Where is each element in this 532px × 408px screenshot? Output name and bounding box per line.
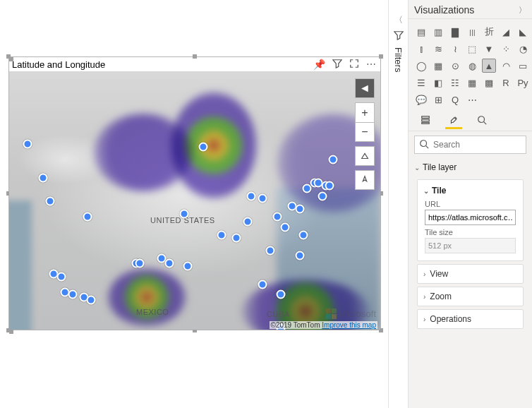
data-point[interactable] (273, 212, 282, 222)
url-input[interactable] (425, 210, 516, 225)
data-point[interactable] (258, 280, 267, 289)
resize-handle[interactable] (6, 54, 11, 59)
viz-type-ribbon[interactable]: ≀ (448, 42, 462, 56)
viz-type-multi-row-card[interactable]: ☰ (414, 76, 428, 90)
viz-type-clustered-column[interactable]: ⫼ (465, 25, 479, 39)
zoom-section[interactable]: › Zoom (417, 287, 524, 306)
data-point[interactable] (46, 197, 55, 206)
radar-overlay (108, 269, 186, 325)
tile-layer-section[interactable]: ⌄ Tile layer (413, 158, 528, 176)
viz-type-matrix[interactable]: ▩ (482, 76, 496, 90)
search-input[interactable] (433, 140, 532, 150)
filter-icon[interactable] (332, 59, 342, 71)
data-point[interactable] (23, 140, 32, 149)
data-point[interactable] (280, 222, 289, 232)
viz-type-stacked-bar[interactable]: ▤ (414, 25, 428, 39)
data-point[interactable] (135, 259, 144, 268)
data-point[interactable] (83, 212, 92, 222)
improve-map-link[interactable]: Improve this map (322, 321, 376, 329)
data-point[interactable] (247, 191, 256, 200)
viz-type-table[interactable]: ▦ (465, 76, 479, 90)
data-point[interactable] (295, 251, 304, 260)
viz-type-decomposition-tree[interactable]: ⊞ (431, 92, 445, 107)
zoom-controls: + − (355, 102, 375, 142)
map-visual[interactable]: Latitude and Longitude 📌 ⋯ UNITED STATES… (8, 56, 381, 330)
data-point[interactable] (329, 155, 338, 164)
analytics-tab[interactable] (473, 112, 490, 129)
data-point[interactable] (183, 262, 193, 271)
zoom-out-button[interactable]: − (355, 122, 375, 142)
viz-type-area[interactable]: ◢ (499, 25, 513, 39)
pitch-button[interactable] (355, 146, 375, 166)
viz-type-kpi[interactable]: ◧ (431, 76, 445, 90)
viz-type-r-visual[interactable]: R (499, 76, 513, 90)
viz-type-line-clustered[interactable]: ⫿ (414, 42, 428, 56)
locate-button[interactable]: ◄ (355, 78, 375, 98)
data-point[interactable] (56, 272, 66, 281)
report-canvas[interactable]: Latitude and Longitude 📌 ⋯ UNITED STATES… (0, 0, 388, 408)
viz-type-line-stacked[interactable]: ≋ (431, 42, 445, 56)
data-point[interactable] (198, 142, 207, 151)
viz-type-python-visual[interactable]: Py (516, 76, 530, 90)
expand-filters-icon[interactable]: 〈 (394, 14, 403, 26)
collapse-panel-icon[interactable]: 〉 (519, 5, 526, 16)
viz-type-slicer[interactable]: ☷ (448, 76, 462, 90)
chevron-down-icon: ⌄ (423, 187, 429, 195)
viz-type-funnel[interactable]: ▼ (482, 42, 496, 56)
microsoft-logo: Microsoft (326, 308, 376, 319)
viz-type-stacked-column[interactable]: ▇ (448, 25, 462, 39)
filters-pane-collapsed[interactable]: 〈 Filters (388, 0, 408, 408)
search-box[interactable] (414, 136, 526, 154)
viz-type-clustered-bar[interactable]: ▥ (431, 25, 445, 39)
fields-tab[interactable] (417, 112, 434, 129)
resize-handle[interactable] (379, 54, 383, 59)
viz-type-treemap[interactable]: ▦ (431, 59, 445, 73)
data-point[interactable] (68, 290, 77, 299)
viz-type-stacked-area[interactable]: ◣ (516, 25, 530, 39)
zoom-in-button[interactable]: + (355, 102, 375, 122)
viz-type-filled-map[interactable]: ◍ (465, 59, 479, 73)
operations-section[interactable]: › Operations (417, 309, 524, 329)
data-point[interactable] (38, 173, 47, 182)
visual-title: Latitude and Longitude (9, 58, 108, 71)
viz-type-scatter[interactable]: ⁘ (499, 42, 513, 56)
visual-header: Latitude and Longitude 📌 ⋯ (9, 57, 380, 71)
svg-point-3 (478, 116, 485, 122)
viz-type-card[interactable]: ▭ (516, 59, 530, 73)
data-point[interactable] (325, 181, 334, 190)
panel-title: Visualizations (414, 4, 474, 16)
viz-type-waterfall[interactable]: ⬚ (465, 42, 479, 56)
viz-type-key-influencers[interactable]: 💬 (414, 92, 428, 107)
focus-mode-icon[interactable] (349, 59, 359, 71)
data-point[interactable] (243, 217, 252, 227)
viz-type-pie[interactable]: ◔ (516, 42, 530, 56)
data-point[interactable] (87, 295, 96, 304)
data-point[interactable] (277, 290, 286, 299)
data-point[interactable] (318, 191, 327, 200)
data-point[interactable] (165, 259, 174, 268)
compass-button[interactable] (355, 170, 375, 190)
visualizations-panel: Visualizations 〉 ▤▥▇⫼折◢◣⫿≋≀⬚▼⁘◔◯▦⊙◍▲◠▭☰◧… (408, 0, 532, 408)
viz-type-map[interactable]: ⊙ (448, 59, 462, 73)
viz-type-more[interactable]: ⋯ (465, 92, 479, 107)
viz-type-donut[interactable]: ◯ (414, 59, 428, 73)
viz-type-q-and-a[interactable]: Q (448, 92, 462, 107)
data-point[interactable] (299, 230, 308, 239)
viz-type-gauge[interactable]: ◠ (499, 59, 513, 73)
map-area[interactable]: UNITED STATES MEXICO CUBA ◄ + − Microsof… (9, 71, 380, 330)
tile-subsection[interactable]: ⌄ Tile (418, 181, 523, 198)
search-icon (419, 139, 429, 151)
data-point[interactable] (265, 246, 274, 255)
view-section[interactable]: › View (417, 264, 524, 284)
data-point[interactable] (258, 194, 267, 203)
data-point[interactable] (295, 205, 304, 214)
data-point[interactable] (217, 230, 226, 239)
format-tab[interactable] (445, 112, 462, 129)
data-point[interactable] (232, 233, 241, 242)
resize-handle[interactable] (193, 54, 197, 59)
pin-icon[interactable]: 📌 (313, 59, 325, 71)
viz-type-azure-map[interactable]: ▲ (482, 59, 496, 73)
viz-type-line[interactable]: 折 (482, 25, 496, 39)
more-options-icon[interactable]: ⋯ (366, 59, 376, 71)
data-point[interactable] (180, 210, 189, 219)
